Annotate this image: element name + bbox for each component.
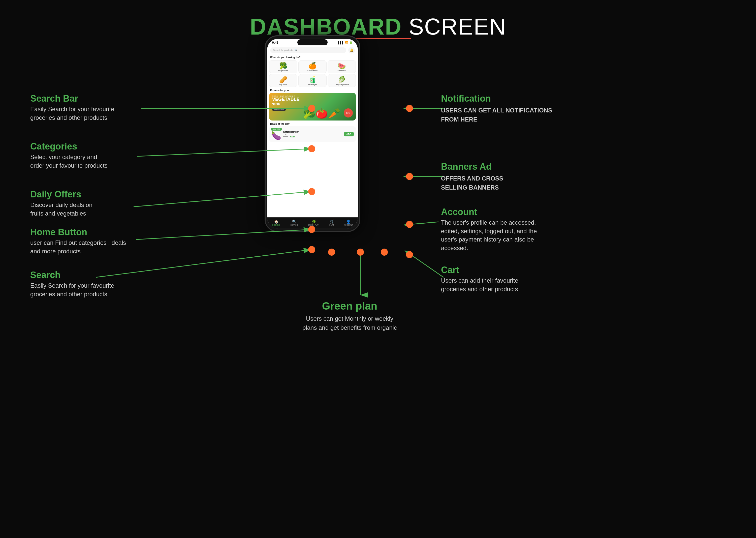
home-icon: 🏠 <box>274 220 278 224</box>
notification-bell[interactable]: 🔔 <box>348 47 355 53</box>
category-vegetables[interactable]: 🥦 Vegetables <box>269 60 297 73</box>
wifi-icon: 📶 <box>345 41 348 44</box>
green-plan-annotation: Green plan Users can get Monthly or week… <box>302 300 397 332</box>
deal-badge: 30% OFF <box>271 128 282 131</box>
category-leafy[interactable]: 🥬 Leafy vegetable <box>328 74 356 87</box>
beverages-label: Beverages <box>308 83 317 86</box>
category-fresh-fruits[interactable]: 🍊 Fresh fruits <box>298 60 327 73</box>
svg-point-21 <box>406 251 413 258</box>
search-input-box[interactable]: Search for products 🔍 <box>270 47 346 53</box>
section-title: What do you looking for? <box>267 55 358 60</box>
home-button-label: Home Button <box>30 227 126 238</box>
promo-banner[interactable]: FRESH AND ORGANIC VEGETABLE $8.99 ORDER … <box>269 93 356 121</box>
title-white: SCREEN <box>402 14 506 39</box>
vegetables-label: Vegetables <box>278 70 288 72</box>
phone-mockup: 9:41 ▌▌▌ 📶 🔋 Search for products 🔍 🔔 Wha… <box>265 35 360 232</box>
cart-label: Cart <box>441 265 518 275</box>
deal-weight: 1 kg <box>283 133 342 135</box>
status-time: 9:41 <box>272 41 278 44</box>
beverages-emoji: 🧃 <box>308 77 317 83</box>
deal-new-price: Rs30 <box>290 135 296 138</box>
search-bottom-text: Easily Search for your favouritegrocerie… <box>30 281 114 298</box>
leafy-emoji: 🥬 <box>338 77 346 83</box>
seasonal-emoji: 🍉 <box>338 63 346 69</box>
phone-notch <box>297 39 328 45</box>
search-bar[interactable]: Search for products 🔍 🔔 <box>270 47 355 53</box>
account-label: Account <box>441 207 537 217</box>
daily-offers-annotation: Daily Offers Discover daily deals onfrui… <box>30 189 92 218</box>
deals-title: Deals of the day <box>267 121 358 126</box>
nav-cart-label: CART <box>329 224 334 226</box>
promo-discount-badge: 50% <box>344 108 353 118</box>
green-plan-text: Users can get Monthly or weeklyplans and… <box>302 314 397 332</box>
svg-point-20 <box>308 246 315 253</box>
promo-subtitle: FRESH AND ORGANIC <box>272 95 300 97</box>
promo-price: $8.99 <box>272 103 300 106</box>
account-annotation: Account The user's profile can be access… <box>441 207 537 252</box>
banners-ad-label: Banners Ad <box>441 161 503 172</box>
status-icons: ▌▌▌ 📶 🔋 <box>338 41 353 44</box>
svg-line-8 <box>411 255 443 277</box>
svg-line-4 <box>96 249 311 277</box>
green-plan-label: Green plan <box>302 300 397 312</box>
promo-main-title: VEGETABLE <box>272 97 300 102</box>
nav-home[interactable]: 🏠 ORGANIC <box>272 220 280 226</box>
banners-ad-text: OFFERS AND CROSSSELLING BANNERS <box>441 174 503 192</box>
svg-point-19 <box>406 221 413 228</box>
promo-text: FRESH AND ORGANIC VEGETABLE $8.99 ORDER … <box>272 95 300 111</box>
search-bottom-label: Search <box>30 270 114 280</box>
dry-fruits-label: Dry fruits <box>279 83 287 86</box>
deal-image: 🍆 <box>271 131 281 140</box>
leafy-label: Leafy vegetable <box>335 83 349 86</box>
categories-annotation: Categories Select your category andorder… <box>30 141 108 170</box>
account-text: The user's profile can be accessed,edite… <box>441 218 537 252</box>
nav-search-label: SEARCH <box>290 224 298 226</box>
page-title: DASHBOARD SCREEN <box>0 0 756 39</box>
banners-ad-annotation: Banners Ad OFFERS AND CROSSSELLING BANNE… <box>441 161 503 192</box>
nav-green-plan[interactable]: 🌿 GREEN PLAN <box>308 220 319 226</box>
seasonal-label: Seasonal <box>337 70 346 72</box>
signal-icon: ▌▌▌ <box>338 41 344 44</box>
nav-green-plan-label: GREEN PLAN <box>308 224 319 226</box>
nav-home-label: ORGANIC <box>272 224 280 226</box>
svg-line-7 <box>411 222 438 224</box>
deal-name: Kateri Baingan <box>283 131 342 133</box>
notification-annotation: Notification USERS CAN GET ALL NOTIFICAT… <box>441 93 552 124</box>
promo-veggie-image: 🥦🍅🥕 <box>303 107 341 119</box>
fresh-fruits-emoji: 🍊 <box>308 63 317 69</box>
nav-search-icon: 🔍 <box>292 220 296 224</box>
nav-account[interactable]: 👤 ACCOUNT <box>344 220 353 226</box>
phone-screen: 9:41 ▌▌▌ 📶 🔋 Search for products 🔍 🔔 Wha… <box>267 39 358 228</box>
categories-label: Categories <box>30 141 108 152</box>
daily-offers-label: Daily Offers <box>30 189 92 200</box>
promos-title: Promos for you <box>267 87 358 93</box>
nav-search[interactable]: 🔍 SEARCH <box>290 220 298 226</box>
bottom-nav: 🏠 ORGANIC 🔍 SEARCH 🌿 GREEN PLAN 🛒 CART 👤 <box>267 217 358 228</box>
category-seasonal[interactable]: 🍉 Seasonal <box>328 60 356 73</box>
svg-point-15 <box>406 105 413 112</box>
add-to-cart-button[interactable]: ADD <box>344 132 354 136</box>
search-bar-text: Easily Search for your favouritegrocerie… <box>30 105 114 122</box>
categories-text: Select your category andorder your favou… <box>30 153 108 170</box>
svg-point-23 <box>328 248 335 256</box>
daily-offers-text: Discover daily deals onfruits and vegeta… <box>30 201 92 218</box>
search-icon: 🔍 <box>295 49 297 51</box>
cart-annotation: Cart Users can add their favouritegrocer… <box>441 265 518 293</box>
nav-cart[interactable]: 🛒 CART <box>329 220 334 226</box>
dry-fruits-emoji: 🥜 <box>279 77 287 83</box>
categories-grid: 🥦 Vegetables 🍊 Fresh fruits 🍉 Seasonal 🥜… <box>267 60 358 87</box>
promo-order-button[interactable]: ORDER NOW <box>272 108 286 111</box>
search-placeholder: Search for products <box>273 49 293 51</box>
notification-label: Notification <box>441 93 552 104</box>
svg-point-22 <box>357 248 364 256</box>
category-beverages[interactable]: 🧃 Beverages <box>298 74 327 87</box>
cart-text: Users can add their favouritegroceries a… <box>441 276 518 293</box>
account-icon: 👤 <box>346 220 351 224</box>
home-button-annotation: Home Button user can Find out categories… <box>30 227 126 255</box>
deal-item: 30% OFF 🍆 Kateri Baingan 1 kg Rs50 Rs30 … <box>269 126 356 142</box>
category-dry-fruits[interactable]: 🥜 Dry fruits <box>269 74 297 87</box>
deal-old-price: Rs50 <box>283 135 288 138</box>
notification-text: USERS CAN GET ALL NOTIFICATIONSFROM HERE <box>441 106 552 124</box>
vegetables-emoji: 🥦 <box>279 63 287 69</box>
deal-info: Kateri Baingan 1 kg Rs50 Rs30 <box>283 131 342 138</box>
